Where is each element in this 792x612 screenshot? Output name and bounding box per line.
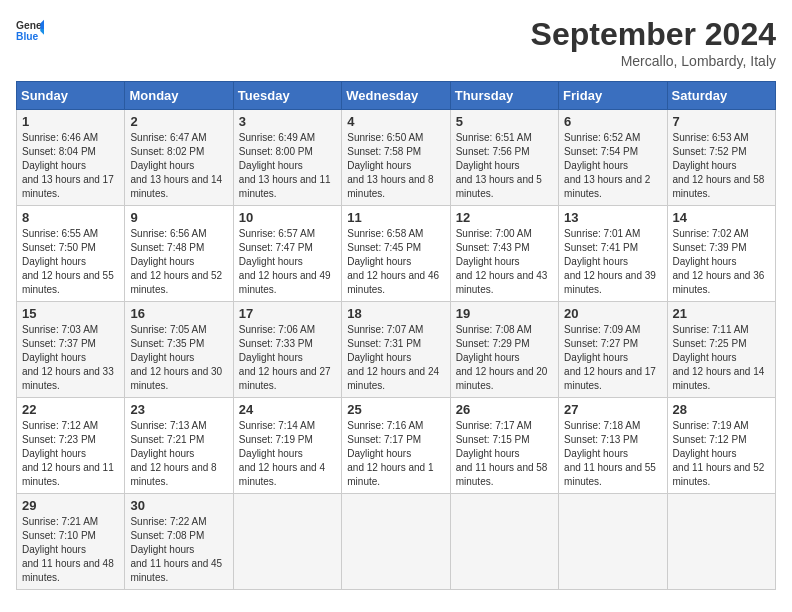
- title-block: September 2024 Mercallo, Lombardy, Italy: [531, 16, 776, 69]
- table-row: 21Sunrise: 7:11 AMSunset: 7:25 PMDayligh…: [667, 302, 775, 398]
- table-row: 3Sunrise: 6:49 AMSunset: 8:00 PMDaylight…: [233, 110, 341, 206]
- col-thursday: Thursday: [450, 82, 558, 110]
- month-title: September 2024: [531, 16, 776, 53]
- table-row: 11Sunrise: 6:58 AMSunset: 7:45 PMDayligh…: [342, 206, 450, 302]
- table-row: [342, 494, 450, 590]
- table-row: 7Sunrise: 6:53 AMSunset: 7:52 PMDaylight…: [667, 110, 775, 206]
- col-sunday: Sunday: [17, 82, 125, 110]
- table-row: 14Sunrise: 7:02 AMSunset: 7:39 PMDayligh…: [667, 206, 775, 302]
- location: Mercallo, Lombardy, Italy: [531, 53, 776, 69]
- table-row: 18Sunrise: 7:07 AMSunset: 7:31 PMDayligh…: [342, 302, 450, 398]
- col-tuesday: Tuesday: [233, 82, 341, 110]
- table-row: 26Sunrise: 7:17 AMSunset: 7:15 PMDayligh…: [450, 398, 558, 494]
- table-row: 23Sunrise: 7:13 AMSunset: 7:21 PMDayligh…: [125, 398, 233, 494]
- table-row: 10Sunrise: 6:57 AMSunset: 7:47 PMDayligh…: [233, 206, 341, 302]
- table-row: 12Sunrise: 7:00 AMSunset: 7:43 PMDayligh…: [450, 206, 558, 302]
- table-row: 22Sunrise: 7:12 AMSunset: 7:23 PMDayligh…: [17, 398, 125, 494]
- svg-text:Blue: Blue: [16, 31, 39, 42]
- col-friday: Friday: [559, 82, 667, 110]
- table-row: [233, 494, 341, 590]
- table-row: [559, 494, 667, 590]
- table-row: 30Sunrise: 7:22 AMSunset: 7:08 PMDayligh…: [125, 494, 233, 590]
- col-wednesday: Wednesday: [342, 82, 450, 110]
- table-row: 27Sunrise: 7:18 AMSunset: 7:13 PMDayligh…: [559, 398, 667, 494]
- table-row: 9Sunrise: 6:56 AMSunset: 7:48 PMDaylight…: [125, 206, 233, 302]
- table-row: 8Sunrise: 6:55 AMSunset: 7:50 PMDaylight…: [17, 206, 125, 302]
- col-saturday: Saturday: [667, 82, 775, 110]
- svg-marker-3: [40, 29, 44, 35]
- table-row: 2Sunrise: 6:47 AMSunset: 8:02 PMDaylight…: [125, 110, 233, 206]
- table-row: 5Sunrise: 6:51 AMSunset: 7:56 PMDaylight…: [450, 110, 558, 206]
- page-header: General Blue September 2024 Mercallo, Lo…: [16, 16, 776, 69]
- table-row: 16Sunrise: 7:05 AMSunset: 7:35 PMDayligh…: [125, 302, 233, 398]
- svg-text:General: General: [16, 20, 44, 31]
- col-monday: Monday: [125, 82, 233, 110]
- table-row: 24Sunrise: 7:14 AMSunset: 7:19 PMDayligh…: [233, 398, 341, 494]
- logo: General Blue: [16, 16, 44, 44]
- table-row: 28Sunrise: 7:19 AMSunset: 7:12 PMDayligh…: [667, 398, 775, 494]
- table-row: 19Sunrise: 7:08 AMSunset: 7:29 PMDayligh…: [450, 302, 558, 398]
- table-row: [667, 494, 775, 590]
- table-row: 1Sunrise: 6:46 AMSunset: 8:04 PMDaylight…: [17, 110, 125, 206]
- table-row: 4Sunrise: 6:50 AMSunset: 7:58 PMDaylight…: [342, 110, 450, 206]
- header-row: Sunday Monday Tuesday Wednesday Thursday…: [17, 82, 776, 110]
- table-row: 20Sunrise: 7:09 AMSunset: 7:27 PMDayligh…: [559, 302, 667, 398]
- table-row: 6Sunrise: 6:52 AMSunset: 7:54 PMDaylight…: [559, 110, 667, 206]
- table-row: 29Sunrise: 7:21 AMSunset: 7:10 PMDayligh…: [17, 494, 125, 590]
- table-row: 25Sunrise: 7:16 AMSunset: 7:17 PMDayligh…: [342, 398, 450, 494]
- table-row: 13Sunrise: 7:01 AMSunset: 7:41 PMDayligh…: [559, 206, 667, 302]
- table-row: 15Sunrise: 7:03 AMSunset: 7:37 PMDayligh…: [17, 302, 125, 398]
- table-row: [450, 494, 558, 590]
- logo-icon: General Blue: [16, 16, 44, 44]
- calendar-table: Sunday Monday Tuesday Wednesday Thursday…: [16, 81, 776, 590]
- table-row: 17Sunrise: 7:06 AMSunset: 7:33 PMDayligh…: [233, 302, 341, 398]
